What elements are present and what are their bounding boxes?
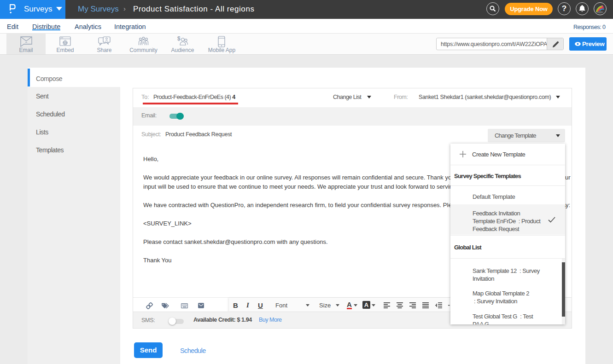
- svg-text:$: $: [177, 36, 181, 42]
